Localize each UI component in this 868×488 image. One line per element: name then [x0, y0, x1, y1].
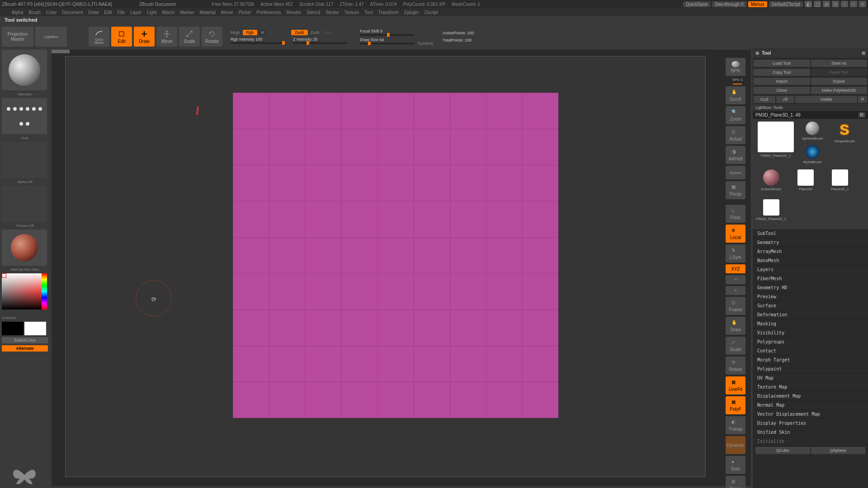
rotate-view-button[interactable]: ⟲Rotate — [726, 357, 745, 375]
thumb-spherebrush[interactable]: SphereBrush — [799, 122, 826, 143]
material-preview[interactable] — [2, 230, 47, 266]
linefit-button[interactable]: ▦LineFit — [726, 376, 745, 394]
section-surface[interactable]: Surface — [753, 301, 868, 310]
menu-zscript[interactable]: Zscript — [424, 10, 438, 15]
load-tool-button[interactable]: Load Tool — [754, 60, 810, 67]
quicksave-button[interactable]: QuickSave — [683, 1, 710, 7]
dynamic-button[interactable]: Dynamic — [726, 436, 745, 454]
m-button[interactable]: M — [259, 30, 266, 35]
menu-render[interactable]: Render — [287, 10, 302, 15]
seethrough-slider[interactable]: See-through 0 — [712, 1, 746, 7]
zsub-button[interactable]: Zsub — [309, 30, 321, 35]
current-tool-name[interactable]: PM3D_Plane3D_1. 49R — [753, 111, 868, 119]
menu-texture[interactable]: Texture — [344, 10, 359, 15]
section-polygroups[interactable]: Polygroups — [753, 338, 868, 347]
actual-button[interactable]: ⊡Actual — [726, 126, 745, 144]
menu-color[interactable]: Color — [46, 10, 57, 15]
thumb-current[interactable]: PM3D_Plane3D_1 — [755, 122, 796, 158]
thumb-pm3d[interactable]: PM3D_Plane3D_1 — [755, 199, 787, 226]
move-button[interactable]: Move — [156, 27, 177, 47]
rgb-intensity-label[interactable]: Rgb Intensity 100 — [231, 37, 285, 42]
window-icon-3[interactable]: ⊞ — [823, 1, 830, 7]
menus-toggle[interactable]: Menus — [748, 1, 767, 7]
menu-brush[interactable]: Brush — [29, 10, 41, 15]
spix-label[interactable]: SPix 3 — [726, 78, 749, 82]
menu-stencil[interactable]: Stencil — [307, 10, 320, 15]
gradient-label[interactable]: Gradient — [2, 316, 48, 320]
section-geometry-hd[interactable]: Geometry HD — [753, 283, 868, 292]
section-deformation[interactable]: Deformation — [753, 310, 868, 319]
lightbox-button[interactable]: LightBox — [35, 27, 67, 47]
menu-marker[interactable]: Marker — [180, 10, 194, 15]
edit-button[interactable]: Edit — [111, 27, 132, 47]
z-intensity-slider[interactable] — [293, 42, 347, 44]
minimize-icon[interactable]: – — [841, 1, 848, 7]
z-intensity-label[interactable]: Z Intensity 25 — [293, 37, 347, 42]
menu-draw[interactable]: Draw — [88, 10, 99, 15]
stroke-preview[interactable] — [2, 98, 47, 134]
section-layers[interactable]: Layers — [753, 265, 868, 274]
menu-layer[interactable]: Layer — [130, 10, 142, 15]
panel-pin-icon[interactable]: ⊙ — [755, 51, 759, 56]
transp-button[interactable]: ◐Transp — [726, 416, 745, 434]
qsphere-button[interactable]: QSphere — [811, 447, 866, 454]
goz-visible-button[interactable]: Visible — [795, 96, 857, 103]
scale-button[interactable]: Scale — [179, 27, 200, 47]
export-button[interactable]: Export — [811, 78, 868, 85]
section-normal-map[interactable]: Normal Map — [753, 401, 868, 410]
section-polypaint[interactable]: Polypaint — [753, 365, 868, 374]
clone-button[interactable]: Clone — [754, 87, 810, 94]
brush-preview[interactable] — [2, 50, 47, 90]
thumb-simplebrush[interactable]: SimpleBrush — [829, 122, 860, 149]
quicksketch-button[interactable]: Quick Sketch — [89, 27, 109, 47]
bpr-button[interactable]: BPR — [726, 58, 745, 76]
rotate-button[interactable]: Rotate — [202, 27, 222, 47]
section-initialize[interactable]: Initialize — [753, 437, 868, 446]
projection-master-button[interactable]: Projection Master — [2, 27, 33, 47]
section-contact[interactable]: Contact — [753, 347, 868, 356]
section-displacement-map[interactable]: Displacement Map — [753, 392, 868, 401]
local-button[interactable]: ⊕Local — [726, 225, 745, 243]
menu-picker[interactable]: Picker — [239, 10, 251, 15]
goz-r-button[interactable]: R — [858, 96, 867, 103]
qcube-button[interactable]: QCube — [755, 447, 810, 454]
menu-file[interactable]: File — [118, 10, 125, 15]
section-fibermesh[interactable]: FiberMesh — [753, 274, 868, 283]
window-icon-1[interactable]: ◧ — [805, 1, 812, 7]
copy-tool-button[interactable]: Copy Tool — [754, 69, 810, 76]
section-morph-target[interactable]: Morph Target — [753, 356, 868, 365]
mrgb-button[interactable]: Mrgb — [229, 30, 242, 35]
alternate-button[interactable]: Alternate — [2, 345, 48, 352]
menu-material[interactable]: Material — [200, 10, 216, 15]
scale-view-button[interactable]: ⤢Scale — [726, 337, 745, 355]
thumb-alphabrush[interactable]: AlphaBrush — [799, 145, 826, 167]
save-as-button[interactable]: Save As — [811, 60, 868, 67]
default-zscript[interactable]: DefaultZScript — [769, 1, 803, 7]
menu-light[interactable]: Light — [147, 10, 157, 15]
xpose-button[interactable]: ⊞Xpose — [726, 476, 745, 488]
close-icon[interactable]: ✕ — [859, 1, 866, 7]
maximize-icon[interactable]: □ — [850, 1, 857, 7]
window-icon-4[interactable]: ⊡ — [832, 1, 839, 7]
solo-button[interactable]: ●Solo — [726, 456, 745, 474]
primary-color-chip[interactable] — [24, 322, 46, 335]
panel-close-icon[interactable]: ⊠ — [862, 51, 865, 56]
section-arraymesh[interactable]: ArrayMesh — [753, 247, 868, 256]
plane-mesh[interactable] — [233, 93, 558, 418]
menu-edit[interactable]: Edit — [104, 10, 112, 15]
menu-alpha[interactable]: Alpha — [12, 10, 24, 15]
alpha-slot[interactable] — [2, 142, 47, 178]
aahalf-button[interactable]: ◨AAHalf — [726, 146, 745, 164]
section-texture-map[interactable]: Texture Map — [753, 383, 868, 392]
menu-movie[interactable]: Movie — [221, 10, 233, 15]
cam-spin2[interactable]: ⟳ — [726, 286, 745, 295]
zoom-button[interactable]: 🔍Zoom — [726, 106, 745, 124]
frame-button[interactable]: ⊡Frame — [726, 297, 745, 315]
section-preview[interactable]: Preview — [753, 292, 868, 301]
draw-button[interactable]: Draw — [134, 27, 155, 47]
draw-size-slider[interactable] — [360, 43, 414, 44]
switchcolor-button[interactable]: SwitchColor — [2, 337, 48, 343]
section-uv-map[interactable]: UV Map — [753, 374, 868, 383]
menu-preferences[interactable]: Preferences — [257, 10, 281, 15]
scroll-button[interactable]: ✋Scroll — [726, 86, 745, 104]
